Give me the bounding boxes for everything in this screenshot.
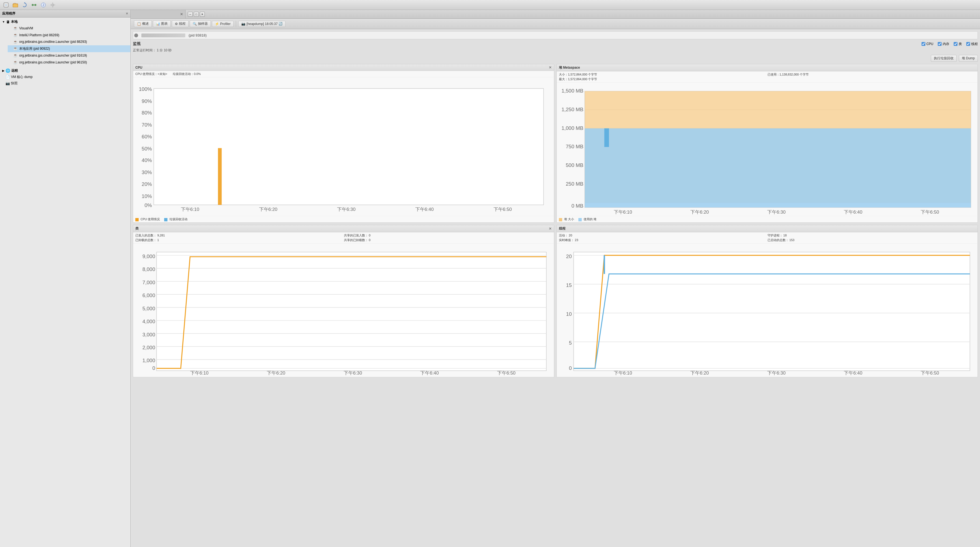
svg-text:J: J — [43, 3, 44, 6]
svg-text:下午6:20: 下午6:20 — [267, 370, 285, 376]
svg-text:20: 20 — [566, 254, 572, 259]
svg-text:下午6:30: 下午6:30 — [344, 370, 362, 376]
refresh-icon[interactable] — [21, 1, 29, 9]
class-panel: 类 ✕ 已装入的总数： 9,281 共享的已装入数： 0 已卸 — [133, 225, 554, 377]
gc-button[interactable]: 执行垃圾回收 — [931, 55, 957, 62]
close-btn[interactable]: ✕ — [200, 12, 205, 17]
local-items: ☕ VisualVM ☕ IntelliJ Platform (pid 8626… — [0, 25, 130, 66]
sidebar-item-launcher-96150[interactable]: ☕ org.jetbrains.jps.cmdline.Launcher (pi… — [8, 59, 130, 66]
heap-chart-svg: 1,500 MB 1,250 MB 1,000 MB 750 MB 500 MB… — [558, 84, 977, 215]
heap-chart-body: 1,500 MB 1,250 MB 1,000 MB 750 MB 500 MB… — [557, 83, 978, 216]
svg-text:下午6:40: 下午6:40 — [844, 370, 862, 376]
gc-legend-color — [164, 218, 167, 221]
heapdump-tab[interactable]: 📷 [heapdump] 18:05:37 🔄 — [238, 21, 285, 27]
thread-panel: 线程 活动： 20 守护进程： 18 实时峰值： 23 — [557, 225, 978, 377]
heap-dump-button[interactable]: 堆 Dump — [959, 55, 978, 62]
cpu-panel-title: CPU — [135, 65, 142, 70]
sidebar-item-local-app[interactable]: ☕ 本地应用 (pid 90922) — [8, 45, 130, 52]
class-loaded-total: 已装入的总数： 9,281 — [135, 233, 344, 238]
svg-point-9 — [52, 4, 54, 6]
svg-text:250 MB: 250 MB — [566, 181, 583, 187]
heapdump-tab-icon: 📷 — [241, 22, 245, 26]
process-status-indicator — [134, 33, 138, 37]
sidebar-item-launcher-88293[interactable]: ☕ org.jetbrains.jps.cmdline.Launcher (pi… — [8, 39, 130, 46]
thread-checkbox[interactable] — [966, 42, 970, 46]
svg-point-4 — [32, 4, 33, 6]
sidebar-title-bar: 应用程序 ✕ — [0, 10, 130, 18]
sampler-icon: 🔍 — [193, 22, 197, 26]
connect-icon[interactable] — [30, 1, 38, 9]
thread-checkbox-text: 线程 — [971, 42, 978, 46]
local-arrow-icon: ▼ — [2, 20, 5, 23]
cpu-stats: CPU 使用情况：<未知> 垃圾回收活动：0.0% — [133, 71, 554, 77]
svg-rect-2 — [13, 4, 18, 7]
heap-used-legend-item: 使用的 堆 — [578, 217, 597, 221]
class-checkbox[interactable] — [954, 42, 958, 46]
sidebar-item-intellij[interactable]: ☕ IntelliJ Platform (pid 86269) — [8, 32, 130, 39]
class-panel-header: 类 ✕ — [133, 225, 554, 232]
local-category-label: 本地 — [11, 19, 18, 24]
svg-rect-32 — [154, 88, 544, 205]
open-icon[interactable] — [11, 1, 19, 9]
sampler-btn[interactable]: 🔍 抽样器 — [190, 20, 211, 27]
sidebar-item-vm-dump[interactable]: 📄 VM 核心 dump — [0, 74, 130, 80]
launcher-88293-icon: ☕ — [13, 39, 18, 45]
cpu-panel-close[interactable]: ✕ — [549, 65, 552, 70]
cpu-checkbox-label[interactable]: CPU — [921, 42, 933, 46]
threads-btn[interactable]: ⚙ 线程 — [172, 20, 189, 27]
thread-total-started: 已启动的总数： 153 — [768, 238, 975, 242]
overview-btn[interactable]: 📋 概述 — [134, 20, 152, 27]
svg-text:500 MB: 500 MB — [566, 162, 583, 168]
cpu-checkbox-text: CPU — [926, 42, 933, 46]
process-name-bar — [142, 33, 185, 37]
visualvm-label: VisualVM — [19, 26, 33, 31]
heap-panel-title: 堆 Metaspace — [559, 65, 580, 70]
new-vm-icon[interactable]: + — [2, 1, 10, 9]
heap-panel-header: 堆 Metaspace — [557, 64, 978, 72]
svg-text:下午6:50: 下午6:50 — [921, 209, 939, 215]
right-panel: ✕ ─ □ ✕ 📋 概述 📊 图表 ⚙ 线程 — [130, 10, 980, 547]
svg-text:0 MB: 0 MB — [571, 203, 583, 209]
thread-checkbox-label[interactable]: 线程 — [966, 42, 978, 46]
sidebar-item-visualvm[interactable]: ☕ VisualVM — [8, 25, 130, 32]
cpu-panel: CPU ✕ CPU 使用情况：<未知> 垃圾回收活动：0.0% 100% 90%… — [133, 64, 554, 223]
profiler-btn[interactable]: ⚡ Profiler — [212, 21, 234, 27]
main-toolbar: + J — [0, 0, 980, 10]
svg-text:0%: 0% — [145, 203, 152, 208]
restore-btn[interactable]: □ — [194, 12, 199, 17]
launcher-96150-icon: ☕ — [13, 60, 18, 65]
memory-checkbox-label[interactable]: 内存 — [938, 42, 949, 46]
chart-label: 图表 — [161, 21, 168, 26]
thread-chart-svg: 20 15 10 5 0 — [558, 245, 977, 376]
chart-btn[interactable]: 📊 图表 — [153, 20, 171, 27]
cpu-checkbox[interactable] — [921, 42, 925, 46]
svg-point-5 — [35, 4, 36, 6]
threads-label: 线程 — [179, 21, 186, 26]
svg-text:3,000: 3,000 — [142, 332, 155, 338]
tab-close-button[interactable]: ✕ — [180, 12, 183, 16]
sidebar-category-local[interactable]: ▼ 🖥 本地 — [0, 19, 130, 25]
sidebar-category-remote[interactable]: ▶ 🌐 远程 — [0, 67, 130, 74]
svg-text:5: 5 — [569, 340, 571, 346]
minimize-btn[interactable]: ─ — [188, 12, 193, 17]
local-folder-icon: 🖥 — [6, 20, 10, 24]
sidebar-close-btn[interactable]: ✕ — [126, 12, 128, 15]
svg-rect-72 — [156, 252, 546, 371]
svg-rect-56 — [604, 128, 609, 147]
class-checkbox-label[interactable]: 类 — [954, 42, 962, 46]
memory-checkbox[interactable] — [938, 42, 942, 46]
cpu-chart-svg: 100% 90% 80% 70% 60% 50% 40% 30% 20% 10%… — [134, 78, 553, 215]
settings-icon[interactable] — [49, 1, 57, 9]
process-pid: (pid 93818) — [189, 33, 207, 37]
add-jmx-icon[interactable]: J — [40, 1, 47, 9]
thread-panel-title: 线程 — [559, 226, 565, 231]
heapdump-tab-label: [heapdump] 18:05:37 — [247, 22, 278, 26]
thread-panel-header: 线程 — [557, 225, 978, 232]
intellij-icon: ☕ — [13, 32, 18, 38]
sidebar-item-snapshot[interactable]: 📷 快照 — [0, 80, 130, 86]
svg-text:40%: 40% — [142, 157, 152, 163]
svg-text:100%: 100% — [139, 86, 152, 92]
sidebar-item-launcher-91619[interactable]: ☕ org.jetbrains.jps.cmdline.Launcher (pi… — [8, 52, 130, 59]
gc-legend-item: 垃圾回收活动 — [164, 217, 188, 221]
class-panel-close[interactable]: ✕ — [549, 226, 552, 231]
